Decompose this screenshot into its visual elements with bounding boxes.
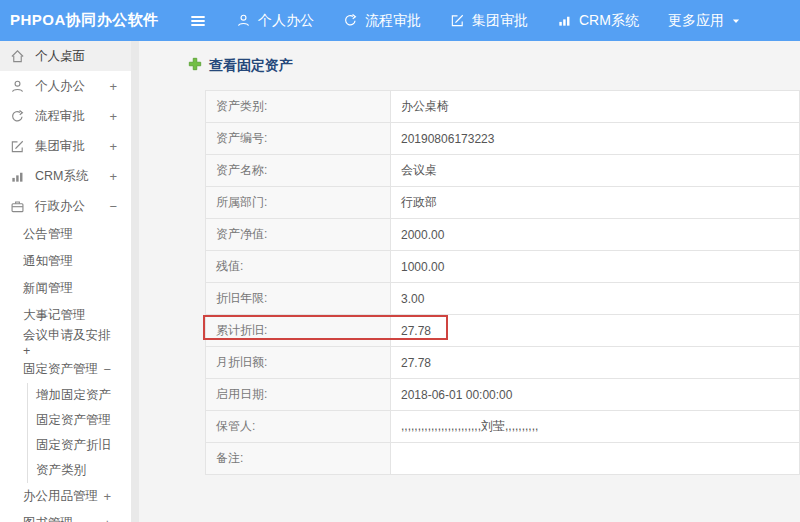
- sidebar-item[interactable]: 流程审批+: [0, 101, 131, 131]
- edit-icon: [450, 13, 465, 28]
- sidebar-item-label: 增加固定资产: [36, 387, 111, 404]
- sidebar-item-label: CRM系统: [35, 168, 88, 185]
- top-nav-label: 流程审批: [365, 12, 421, 30]
- topbar: PHPOA协同办公软件 个人办公流程审批集团审批CRM系统更多应用: [0, 0, 800, 41]
- sidebar-item-label: 新闻管理: [23, 280, 73, 297]
- expand-toggle[interactable]: +: [109, 109, 117, 124]
- phpoa-app-window: PHPOA协同办公软件 个人办公流程审批集团审批CRM系统更多应用 个人桌面个人…: [0, 0, 800, 522]
- field-value: 27.78: [391, 347, 800, 379]
- top-nav-item[interactable]: 集团审批: [450, 12, 528, 30]
- sidebar-item[interactable]: 通知管理: [0, 248, 131, 275]
- main-content: 查看固定资产 资产类别:办公桌椅资产编号:20190806173223资产名称:…: [139, 41, 800, 522]
- expand-toggle[interactable]: −: [109, 199, 117, 214]
- sidebar-item-label: 固定资产管理: [36, 412, 111, 429]
- sidebar-item-label: 会议申请及安排+: [23, 327, 111, 358]
- table-row: 资产类别:办公桌椅: [206, 91, 800, 123]
- sidebar-item-label: 个人办公: [35, 78, 85, 95]
- sidebar-item[interactable]: 固定资产管理−: [0, 356, 131, 383]
- table-row: 折旧年限:3.00: [206, 283, 800, 315]
- top-nav: 个人办公流程审批集团审批CRM系统更多应用: [236, 12, 770, 30]
- sidebar-item[interactable]: 固定资产管理: [28, 408, 131, 433]
- field-value: [391, 443, 800, 475]
- submenu-group: 增加固定资产固定资产管理固定资产折旧资产类别: [27, 383, 131, 483]
- field-label: 备注:: [206, 443, 391, 475]
- field-value: ,,,,,,,,,,,,,,,,,,,,,,,,刘莹,,,,,,,,,,: [391, 411, 800, 443]
- top-nav-label: CRM系统: [579, 12, 639, 30]
- field-value: 2018-06-01 00:00:00: [391, 379, 800, 411]
- sidebar-item[interactable]: 新闻管理: [0, 275, 131, 302]
- sidebar-item[interactable]: 会议申请及安排+: [0, 329, 131, 356]
- top-nav-label: 更多应用: [668, 12, 724, 30]
- menu-icon[interactable]: [190, 13, 206, 29]
- user-icon: [236, 13, 251, 28]
- sidebar-item[interactable]: 个人桌面: [0, 41, 131, 71]
- field-label: 月折旧额:: [206, 347, 391, 379]
- sidebar-item-label: 通知管理: [23, 253, 73, 270]
- field-label: 折旧年限:: [206, 283, 391, 315]
- add-icon: [188, 57, 202, 75]
- edit-icon: [10, 138, 26, 154]
- sidebar-item-label: 固定资产管理: [23, 361, 98, 378]
- table-row: 资产净值:2000.00: [206, 219, 800, 251]
- top-nav-item[interactable]: 个人办公: [236, 12, 314, 30]
- home-icon: [10, 48, 26, 64]
- field-label: 残值:: [206, 251, 391, 283]
- table-row: 累计折旧:27.78: [206, 315, 800, 347]
- field-value: 20190806173223: [391, 123, 800, 155]
- sidebar-scrollbar[interactable]: [131, 41, 139, 522]
- sidebar-item-label: 大事记管理: [23, 307, 86, 324]
- field-label: 保管人:: [206, 411, 391, 443]
- body-layout: 个人桌面个人办公+流程审批+集团审批+CRM系统+行政办公−公告管理通知管理新闻…: [0, 41, 800, 522]
- sidebar-item-label: 资产类别: [36, 462, 86, 479]
- sidebar-item[interactable]: 固定资产折旧: [28, 433, 131, 458]
- sidebar-item-label: 图书管理: [23, 515, 73, 522]
- page-title: 查看固定资产: [188, 55, 800, 77]
- sidebar-item[interactable]: 增加固定资产: [28, 383, 131, 408]
- sidebar-item[interactable]: 公告管理: [0, 221, 131, 248]
- field-label: 启用日期:: [206, 379, 391, 411]
- table-row: 启用日期:2018-06-01 00:00:00: [206, 379, 800, 411]
- sidebar-item-label: 个人桌面: [35, 48, 85, 65]
- asset-detail-table: 资产类别:办公桌椅资产编号:20190806173223资产名称:会议桌所属部门…: [205, 90, 800, 475]
- table-row: 资产名称:会议桌: [206, 155, 800, 187]
- app-logo[interactable]: PHPOA协同办公软件: [0, 11, 178, 30]
- table-row: 保管人:,,,,,,,,,,,,,,,,,,,,,,,,刘莹,,,,,,,,,,: [206, 411, 800, 443]
- redo-icon: [10, 108, 26, 124]
- sidebar-item[interactable]: 大事记管理: [0, 302, 131, 329]
- table-row: 所属部门:行政部: [206, 187, 800, 219]
- sidebar-item[interactable]: 行政办公−: [0, 191, 131, 221]
- chart-icon: [557, 13, 572, 28]
- expand-toggle[interactable]: +: [109, 139, 117, 154]
- user-icon: [10, 78, 26, 94]
- top-nav-label: 个人办公: [258, 12, 314, 30]
- sidebar-item[interactable]: 资产类别: [28, 458, 131, 483]
- sidebar-item[interactable]: 图书管理+: [0, 510, 131, 522]
- sidebar-item-label: 集团审批: [35, 138, 85, 155]
- table-row: 残值:1000.00: [206, 251, 800, 283]
- top-nav-item[interactable]: CRM系统: [557, 12, 639, 30]
- expand-toggle[interactable]: +: [109, 79, 117, 94]
- sidebar-item[interactable]: 集团审批+: [0, 131, 131, 161]
- sidebar: 个人桌面个人办公+流程审批+集团审批+CRM系统+行政办公−公告管理通知管理新闻…: [0, 41, 131, 522]
- sidebar-item-label: 公告管理: [23, 226, 73, 243]
- expand-toggle[interactable]: −: [103, 362, 111, 377]
- sidebar-item[interactable]: 办公用品管理+: [0, 483, 131, 510]
- sidebar-item[interactable]: CRM系统+: [0, 161, 131, 191]
- field-value: 3.00: [391, 283, 800, 315]
- expand-toggle[interactable]: +: [103, 489, 111, 504]
- field-value: 1000.00: [391, 251, 800, 283]
- caret-down-icon: [731, 16, 741, 26]
- field-value: 2000.00: [391, 219, 800, 251]
- table-row: 月折旧额:27.78: [206, 347, 800, 379]
- expand-toggle[interactable]: +: [103, 516, 111, 522]
- field-value: 行政部: [391, 187, 800, 219]
- field-label: 累计折旧:: [206, 315, 391, 347]
- field-label: 资产类别:: [206, 91, 391, 123]
- sidebar-item-label: 流程审批: [35, 108, 85, 125]
- expand-toggle[interactable]: +: [109, 169, 117, 184]
- sidebar-item-label: 固定资产折旧: [36, 437, 111, 454]
- top-nav-item[interactable]: 更多应用: [668, 12, 741, 30]
- chart-icon: [10, 168, 26, 184]
- sidebar-item[interactable]: 个人办公+: [0, 71, 131, 101]
- top-nav-item[interactable]: 流程审批: [343, 12, 421, 30]
